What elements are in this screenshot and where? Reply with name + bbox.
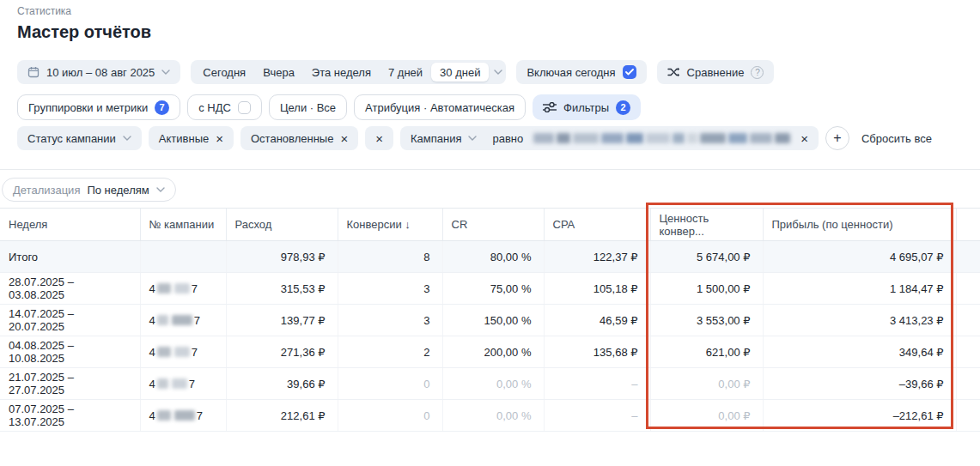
quick-range-7-days[interactable]: 7 дней bbox=[380, 63, 431, 82]
cell-cpa: – bbox=[544, 400, 650, 432]
cell-conversions: 0 bbox=[338, 400, 442, 432]
redacted-block bbox=[157, 283, 171, 294]
column-header-conversions[interactable]: Конверсии ↓ bbox=[338, 209, 442, 241]
table-row: 28.07.2025 – 03.08.2025 47 315,53 ₽ 3 75… bbox=[0, 273, 980, 305]
campaign-filter-chip[interactable]: Кампания равно × bbox=[400, 126, 819, 150]
cell-campaign: 47 bbox=[140, 400, 226, 432]
table-row: 21.07.2025 – 27.07.2025 47 39,66 ₽ 0 0,0… bbox=[0, 368, 980, 400]
detail-label: Детализация bbox=[13, 184, 80, 197]
compare-label: Сравнение bbox=[687, 66, 745, 79]
cell-expense: 212,61 ₽ bbox=[226, 400, 338, 432]
cell-profit: 3 413,23 ₽ bbox=[763, 305, 956, 336]
cell-expense: 39,66 ₽ bbox=[226, 368, 338, 400]
quick-range-this-week[interactable]: Эта неделя bbox=[303, 63, 380, 82]
question-icon[interactable]: ? bbox=[751, 66, 764, 79]
cell-profit: 1 184,47 ₽ bbox=[763, 273, 956, 305]
table-row: 07.07.2025 – 13.07.2025 47 212,61 ₽ 0 0,… bbox=[0, 400, 980, 432]
cell-week: 14.07.2025 – 20.07.2025 bbox=[0, 305, 140, 336]
redacted-block bbox=[172, 378, 187, 389]
goals-button[interactable]: Цели · Все bbox=[269, 94, 347, 120]
chevron-down-icon bbox=[156, 187, 165, 192]
cell-cpa: 135,68 ₽ bbox=[544, 336, 650, 368]
calendar-icon bbox=[27, 66, 40, 78]
quick-range-group: Сегодня Вчера Эта неделя 7 дней 30 дней bbox=[191, 60, 506, 84]
cell-cr: 150,00 % bbox=[442, 305, 544, 336]
date-range-picker[interactable]: 10 июл – 08 авг 2025 bbox=[17, 60, 180, 84]
breadcrumb[interactable]: Статистика bbox=[17, 5, 980, 17]
redacted-block bbox=[157, 410, 171, 421]
cell-profit: –39,66 ₽ bbox=[763, 368, 956, 400]
cell-profit: 349,64 ₽ bbox=[763, 336, 956, 368]
redacted-block bbox=[172, 315, 192, 325]
table-header-row: Неделя № кампании Расход Конверсии ↓ CR … bbox=[0, 209, 980, 241]
cell-profit: –212,61 ₽ bbox=[763, 400, 956, 432]
vat-checkbox[interactable] bbox=[238, 101, 251, 114]
groupings-metrics-button[interactable]: Группировки и метрики 7 bbox=[17, 94, 180, 120]
cell-expense: 978,93 ₽ bbox=[226, 241, 338, 273]
redacted-block bbox=[157, 347, 171, 357]
cell-conversion-value: 621,00 ₽ bbox=[650, 336, 763, 368]
redacted-campaign-value bbox=[533, 132, 790, 144]
status-chip-stopped-label: Остановленные bbox=[251, 132, 333, 145]
campaign-filter-label: Кампания bbox=[411, 132, 462, 145]
remove-chip-icon[interactable]: × bbox=[216, 132, 223, 145]
shuffle-icon bbox=[667, 67, 680, 77]
cell-cr: 0,00 % bbox=[442, 368, 544, 400]
status-chip-active-label: Активные bbox=[159, 132, 209, 145]
total-row: Итого 978,93 ₽ 8 80,00 % 122,37 ₽ 5 674,… bbox=[0, 241, 980, 273]
cell-cr: 0,00 % bbox=[442, 400, 544, 432]
campaign-status-select[interactable]: Статус кампании bbox=[17, 126, 142, 150]
table-row: 14.07.2025 – 20.07.2025 47 139,77 ₽ 3 15… bbox=[0, 305, 980, 336]
include-today-checkbox[interactable] bbox=[623, 65, 636, 79]
detail-select[interactable]: Детализация По неделям bbox=[2, 178, 176, 202]
quick-range-30-days[interactable]: 30 дней bbox=[431, 63, 489, 82]
cell-cr: 200,00 % bbox=[442, 336, 544, 368]
filter-chips-row: Статус кампании Активные × Остановленные… bbox=[17, 126, 980, 150]
column-header-week[interactable]: Неделя bbox=[0, 209, 140, 241]
attribution-button[interactable]: Атрибуция · Автоматическая bbox=[354, 94, 526, 120]
cell-campaign: 47 bbox=[140, 273, 226, 305]
report-wizard-page: Статистика Мастер отчётов 10 июл – 08 ав… bbox=[0, 0, 980, 466]
cell-conversion-value: 3 553,00 ₽ bbox=[650, 305, 763, 336]
cell-campaign bbox=[140, 241, 226, 273]
detail-value: По неделям bbox=[87, 184, 149, 197]
cell-week: 07.07.2025 – 13.07.2025 bbox=[0, 400, 140, 432]
cell-cpa: – bbox=[544, 368, 650, 400]
column-header-cr[interactable]: CR bbox=[442, 209, 544, 241]
redacted-block bbox=[174, 410, 195, 421]
column-header-profit[interactable]: Прибыль (по ценности) bbox=[763, 209, 956, 241]
add-filter-button[interactable]: + bbox=[825, 126, 849, 150]
status-chip-active[interactable]: Активные × bbox=[149, 126, 234, 150]
cell-conversion-value: 0,00 ₽ bbox=[650, 368, 763, 400]
reset-all-link[interactable]: Сбросить все bbox=[861, 132, 932, 145]
remove-status-filter-button[interactable]: × bbox=[365, 126, 393, 150]
column-header-cpa[interactable]: CPA bbox=[544, 209, 650, 241]
close-icon[interactable]: × bbox=[375, 132, 383, 145]
remove-filter-icon[interactable]: × bbox=[800, 132, 808, 145]
quick-range-yesterday[interactable]: Вчера bbox=[254, 63, 303, 82]
redacted-block bbox=[157, 315, 168, 325]
cell-conversion-value: 0,00 ₽ bbox=[650, 400, 763, 432]
status-chip-stopped[interactable]: Остановленные × bbox=[240, 126, 358, 150]
vat-toggle[interactable]: с НДС bbox=[187, 94, 262, 120]
filters-label: Фильтры bbox=[563, 101, 609, 114]
filters-button[interactable]: Фильтры 2 bbox=[533, 94, 641, 120]
remove-chip-icon[interactable]: × bbox=[340, 132, 348, 145]
include-today-label: Включая сегодня bbox=[527, 66, 615, 79]
column-header-campaign-number[interactable]: № кампании bbox=[140, 209, 226, 241]
cell-week: 28.07.2025 – 03.08.2025 bbox=[0, 273, 140, 305]
cell-expense: 139,77 ₽ bbox=[226, 305, 338, 336]
column-header-conversion-value[interactable]: Ценность конвер... bbox=[650, 209, 763, 241]
cell-conversions: 3 bbox=[338, 305, 442, 336]
chevron-down-icon[interactable] bbox=[494, 70, 502, 75]
vat-label: с НДС bbox=[198, 101, 231, 114]
cell-conversions: 8 bbox=[338, 241, 442, 273]
settings-toolbar: Группировки и метрики 7 с НДС Цели · Все… bbox=[17, 94, 980, 120]
column-header-expense[interactable]: Расход bbox=[226, 209, 338, 241]
include-today-toggle[interactable]: Включая сегодня bbox=[516, 60, 646, 84]
groupings-count-badge: 7 bbox=[155, 100, 169, 115]
cell-week: 21.07.2025 – 27.07.2025 bbox=[0, 368, 140, 400]
compare-button[interactable]: Сравнение ? bbox=[657, 60, 775, 84]
quick-range-today[interactable]: Сегодня bbox=[194, 63, 254, 82]
sliders-icon bbox=[543, 102, 557, 112]
